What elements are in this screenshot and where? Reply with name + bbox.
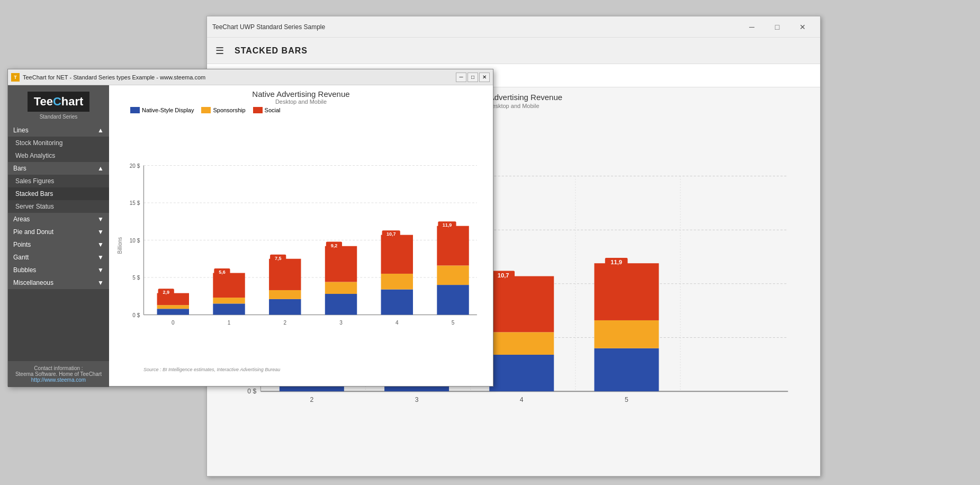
footer-company: Steema Software. Home of TeeChart xyxy=(13,371,104,377)
wf-window: T TeeChart for NET - Standard Series typ… xyxy=(7,69,493,387)
sidebar-group-gantt[interactable]: Gantt▼ xyxy=(8,251,109,264)
svg-text:10 $: 10 $ xyxy=(130,238,140,244)
uwp-title: TeeChart UWP Standard Series Sample xyxy=(212,23,740,31)
sidebar-group-pie[interactable]: Pie and Donut▼ xyxy=(8,226,109,238)
sidebar-item-stock[interactable]: Stock Monitoring xyxy=(8,137,109,149)
footer-contact: Contact information : xyxy=(13,365,104,371)
svg-text:9,2: 9,2 xyxy=(331,243,338,248)
svg-text:0: 0 xyxy=(172,320,175,326)
bar-label-5: 11,9 xyxy=(610,259,622,265)
svg-rect-51 xyxy=(269,290,301,299)
svg-text:20 $: 20 $ xyxy=(130,163,140,169)
svg-text:11,9: 11,9 xyxy=(443,222,452,228)
svg-text:0 $: 0 $ xyxy=(247,388,256,395)
bar-native-5 xyxy=(594,348,659,391)
svg-text:5: 5 xyxy=(625,396,628,403)
wf-title: TeeChart for NET - Standard Series types… xyxy=(23,74,456,80)
svg-rect-41 xyxy=(157,305,189,309)
wf-chart-area: Native Advertising Revenue Desktop and M… xyxy=(109,85,493,386)
svg-text:3: 3 xyxy=(415,396,419,403)
sidebar-group-bars[interactable]: Bars▲ xyxy=(8,162,109,175)
wf-legend-native: Native-Style Display xyxy=(130,107,194,113)
sidebar-footer: Contact information : Steema Software. H… xyxy=(8,361,109,387)
sidebar-item-salesfigures[interactable]: Sales Figures xyxy=(8,175,109,187)
wf-legend-native-label: Native-Style Display xyxy=(142,107,194,113)
svg-text:4: 4 xyxy=(395,320,399,326)
wf-window-controls: ─ □ ✕ xyxy=(456,73,490,82)
wf-legend-social: Social xyxy=(253,107,281,113)
wf-chart-title: Native Advertising Revenue xyxy=(114,89,488,98)
wf-close-button[interactable]: ✕ xyxy=(479,73,490,82)
svg-rect-50 xyxy=(269,299,301,315)
svg-rect-62 xyxy=(381,235,413,274)
svg-rect-67 xyxy=(437,226,469,266)
sidebar-item-serverstatus[interactable]: Server Status xyxy=(8,200,109,213)
uwp-maximize-button[interactable]: □ xyxy=(765,19,789,35)
svg-rect-56 xyxy=(325,282,357,294)
svg-text:2,9: 2,9 xyxy=(163,290,169,295)
wf-app-icon: T xyxy=(11,73,20,82)
svg-rect-52 xyxy=(269,259,301,290)
svg-rect-45 xyxy=(213,303,245,315)
sidebar-group-lines[interactable]: Lines▲ xyxy=(8,124,109,137)
svg-rect-57 xyxy=(325,246,357,282)
sidebar-group-points[interactable]: Points▼ xyxy=(8,238,109,251)
svg-rect-46 xyxy=(213,298,245,303)
wf-chart-subtitle: Desktop and Mobile xyxy=(114,98,488,105)
svg-text:2: 2 xyxy=(310,396,313,403)
bar-native-4 xyxy=(489,355,554,391)
bar-sponsor-4 xyxy=(489,332,554,355)
sidebar-group-misc[interactable]: Miscellaneous▼ xyxy=(8,276,109,289)
wf-legend-sponsorship: Sponsorship xyxy=(201,107,245,113)
svg-rect-55 xyxy=(325,294,357,315)
uwp-toolbar: ☰ STACKED BARS xyxy=(207,38,820,64)
wf-legend-sponsorship-label: Sponsorship xyxy=(213,107,245,113)
svg-text:15 $: 15 $ xyxy=(130,200,140,206)
svg-text:10,7: 10,7 xyxy=(386,231,396,237)
bar-social-5 xyxy=(594,263,659,320)
svg-rect-47 xyxy=(213,273,245,298)
wf-titlebar: T TeeChart for NET - Standard Series typ… xyxy=(8,69,493,85)
wf-chart-legend: Native-Style Display Sponsorship Social xyxy=(114,107,488,113)
svg-rect-40 xyxy=(157,309,189,315)
svg-rect-61 xyxy=(381,274,413,290)
wf-chart-caption: Source : BI Intelligence estimates, Inte… xyxy=(114,367,488,372)
footer-url[interactable]: http://www.steema.com xyxy=(31,377,86,383)
sidebar-logo: TeeChart Standard Series xyxy=(8,85,109,124)
hamburger-icon[interactable]: ☰ xyxy=(215,45,224,57)
svg-text:2: 2 xyxy=(283,320,286,326)
logo: TeeChart xyxy=(28,92,90,112)
bar-social-4 xyxy=(489,276,554,333)
svg-text:Billions: Billions xyxy=(117,237,123,254)
uwp-minimize-button[interactable]: ─ xyxy=(740,19,764,35)
bar-label-4: 10,7 xyxy=(498,272,509,279)
svg-text:7,5: 7,5 xyxy=(275,256,282,261)
uwp-titlebar: TeeChart UWP Standard Series Sample ─ □ … xyxy=(207,16,820,38)
sidebar-item-stackedbars[interactable]: Stacked Bars xyxy=(8,187,109,200)
svg-rect-65 xyxy=(437,285,469,315)
wf-legend-sponsorship-swatch xyxy=(201,107,211,113)
svg-rect-60 xyxy=(381,290,413,315)
sidebar-item-webanalytics[interactable]: Web Analytics xyxy=(8,149,109,162)
svg-text:5: 5 xyxy=(452,320,455,326)
sidebar-subtitle: Standard Series xyxy=(40,114,78,120)
bar-sponsor-5 xyxy=(594,320,659,348)
sidebar-group-bubbles[interactable]: Bubbles▼ xyxy=(8,264,109,276)
wf-legend-social-swatch xyxy=(253,107,263,113)
sidebar-group-areas[interactable]: Areas▼ xyxy=(8,213,109,226)
wf-legend-native-swatch xyxy=(130,107,140,113)
svg-text:3: 3 xyxy=(339,320,343,326)
svg-text:1: 1 xyxy=(228,320,231,326)
sidebar: TeeChart Standard Series Lines▲ Stock Mo… xyxy=(8,85,109,387)
uwp-close-button[interactable]: ✕ xyxy=(790,19,815,35)
uwp-toolbar-title: STACKED BARS xyxy=(235,46,308,56)
uwp-window-controls: ─ □ ✕ xyxy=(740,19,815,35)
svg-text:0 $: 0 $ xyxy=(132,312,140,318)
wf-minimize-button[interactable]: ─ xyxy=(456,73,466,82)
svg-rect-66 xyxy=(437,265,469,285)
wf-bar-chart-svg: 0 $ 5 $ 10 $ 15 $ 20 $ Billions 0 1 2 3 … xyxy=(114,115,488,365)
svg-text:5,6: 5,6 xyxy=(219,270,226,275)
svg-text:4: 4 xyxy=(520,396,524,403)
wf-maximize-button[interactable]: □ xyxy=(467,73,478,82)
svg-text:5 $: 5 $ xyxy=(132,275,140,281)
